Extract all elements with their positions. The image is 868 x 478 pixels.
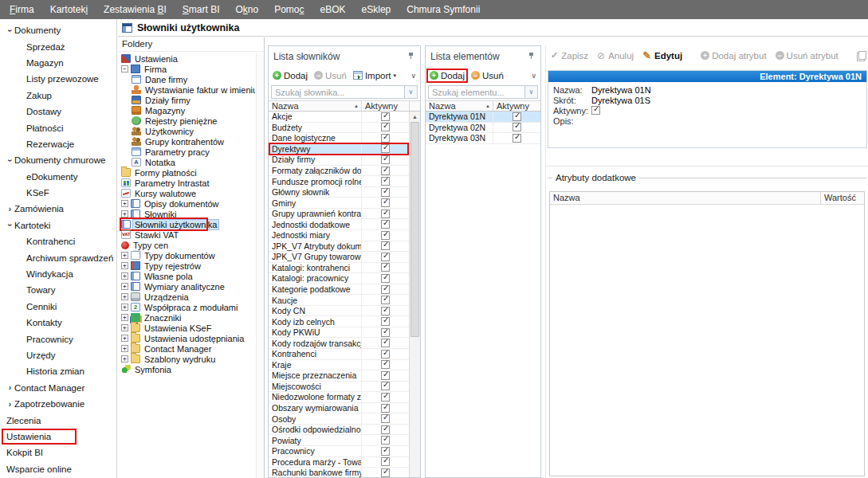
sidebar-item[interactable]: KSeF xyxy=(0,185,116,201)
expander-icon[interactable] xyxy=(121,345,128,352)
checkbox-checked-icon[interactable] xyxy=(381,404,390,413)
tree-node[interactable]: Typy rejestrów xyxy=(120,261,255,271)
sidebar-item[interactable]: Dokumenty chmurowe xyxy=(0,152,116,168)
tree-node[interactable]: Typy dokumentów xyxy=(120,250,255,261)
sidebar-item[interactable]: Archiwum sprawdzeń xyxy=(0,249,116,265)
expander-icon[interactable] xyxy=(121,200,128,207)
expander-icon[interactable] xyxy=(121,355,128,362)
checkbox-checked-icon[interactable] xyxy=(381,425,390,434)
menu-item[interactable]: Pomoc xyxy=(266,0,312,19)
expander-icon[interactable] xyxy=(121,293,128,300)
checkbox-checked-icon[interactable] xyxy=(381,285,390,294)
checkbox-checked-icon[interactable] xyxy=(513,134,521,143)
column-header-active[interactable]: Aktywny xyxy=(361,101,409,111)
remove-dictionary-button[interactable]: Usuń xyxy=(314,71,347,80)
search-combo-icon[interactable]: ∨ xyxy=(404,86,417,98)
sidebar-item[interactable]: Płatności xyxy=(0,120,116,135)
checkbox-checked-icon[interactable] xyxy=(381,414,390,423)
checkbox-checked-icon[interactable] xyxy=(381,339,390,347)
tree-node[interactable]: Kursy walutowe xyxy=(120,188,255,198)
menu-item[interactable]: eBOK xyxy=(312,0,354,19)
tree-node[interactable]: Stawki VAT xyxy=(120,229,255,240)
checkbox-checked-icon[interactable] xyxy=(381,317,390,326)
menu-item[interactable]: Kartoteki xyxy=(42,0,96,19)
tree-node[interactable]: Współpraca z modułami xyxy=(120,302,255,312)
checkbox-checked-icon[interactable] xyxy=(381,253,390,261)
checkbox-checked-icon[interactable] xyxy=(381,177,390,186)
checkbox-checked-icon[interactable] xyxy=(381,328,390,337)
tree-node[interactable]: Działy firmy xyxy=(120,95,255,105)
expander-icon[interactable] xyxy=(121,252,128,259)
checkbox-checked-icon[interactable] xyxy=(381,231,390,240)
sidebar-item[interactable]: Zakup xyxy=(0,88,116,104)
expander-icon[interactable] xyxy=(121,210,128,217)
sidebar-item[interactable]: Zapotrzebowanie xyxy=(0,396,116,412)
sidebar-item[interactable]: eDokumenty xyxy=(0,169,116,185)
tree-node[interactable]: Firma xyxy=(120,64,255,74)
column-header-active[interactable]: Aktywny xyxy=(493,101,540,111)
checkbox-checked-icon[interactable] xyxy=(381,307,390,315)
save-button[interactable]: Zapisz xyxy=(551,50,588,61)
tree-node[interactable]: Magazyny xyxy=(120,105,255,116)
menu-item[interactable]: Chmura Symfonii xyxy=(399,0,488,19)
sidebar-item[interactable]: Contact Manager xyxy=(0,380,116,396)
tree-node[interactable]: Rejestry pieniężne xyxy=(120,116,255,126)
checkbox-checked-icon[interactable] xyxy=(381,457,390,466)
sidebar-item[interactable]: Zlecenia xyxy=(0,412,116,428)
scroll-up-icon[interactable]: ▲ xyxy=(410,112,420,121)
pin-icon[interactable] xyxy=(407,51,415,62)
expander-icon[interactable] xyxy=(121,272,128,280)
sidebar-item[interactable]: Windykacja xyxy=(0,266,116,282)
checkbox-checked-icon[interactable] xyxy=(513,112,521,121)
checkbox-checked-icon[interactable] xyxy=(381,393,390,402)
tree-node[interactable]: Opisy dokumentów xyxy=(120,198,255,209)
tree-node[interactable]: Własne pola xyxy=(120,271,255,281)
tree-node[interactable]: Użytkownicy xyxy=(120,126,255,136)
tree-node[interactable]: Notatka xyxy=(120,157,255,167)
scrollbar-thumb[interactable] xyxy=(410,122,419,337)
checkbox-checked-icon[interactable] xyxy=(591,106,600,115)
tree-node[interactable]: Parametry pracy xyxy=(120,147,255,157)
checkbox-checked-icon[interactable] xyxy=(381,134,390,143)
tree-node[interactable]: Symfonia xyxy=(120,364,255,374)
tree-node[interactable]: Słowniki xyxy=(120,209,255,219)
checkbox-checked-icon[interactable] xyxy=(381,112,390,121)
checkbox-checked-icon[interactable] xyxy=(381,123,390,131)
element-row[interactable]: Dyrektywa 03N xyxy=(426,133,540,144)
toolbar-overflow-icon[interactable]: ∨ xyxy=(531,72,536,80)
search-combo-icon[interactable]: ∨ xyxy=(524,86,537,98)
dictionary-search-input[interactable] xyxy=(272,86,404,98)
tree-node[interactable]: Contact Manager xyxy=(120,343,255,354)
sidebar-item[interactable]: Listy przewozowe xyxy=(0,71,116,87)
sidebar-item[interactable]: Kontakty xyxy=(0,315,116,331)
checkbox-checked-icon[interactable] xyxy=(381,263,390,272)
expander-icon[interactable] xyxy=(121,314,128,321)
cancel-button[interactable]: Anuluj xyxy=(597,50,634,61)
tree-node[interactable]: Słowniki użytkownika xyxy=(120,219,255,229)
menu-item[interactable]: eSklep xyxy=(354,0,399,19)
edit-button[interactable]: Edytuj xyxy=(642,49,682,61)
expander-icon[interactable] xyxy=(121,262,128,269)
checkbox-checked-icon[interactable] xyxy=(381,210,390,218)
menu-item[interactable]: Okno xyxy=(227,0,266,19)
sidebar-item[interactable]: Cenniki xyxy=(0,299,116,315)
checkbox-checked-icon[interactable] xyxy=(381,274,390,283)
tree-node[interactable]: Ustawienia udostępniania xyxy=(120,333,255,343)
checkbox-checked-icon[interactable] xyxy=(381,468,390,477)
menu-item[interactable]: Firma xyxy=(2,0,42,19)
checkbox-checked-icon[interactable] xyxy=(381,436,390,445)
checkbox-checked-icon[interactable] xyxy=(513,123,521,131)
attribute-value-header[interactable]: Wartość xyxy=(820,192,864,204)
checkbox-checked-icon[interactable] xyxy=(381,198,390,207)
tree-node[interactable]: Szablony wydruku xyxy=(120,354,255,364)
expander-icon[interactable] xyxy=(121,324,128,331)
menu-item[interactable]: Zestawienia BI xyxy=(96,0,175,19)
sidebar-item[interactable]: Pracownicy xyxy=(0,331,116,347)
expander-icon[interactable] xyxy=(121,304,128,311)
tree-node[interactable]: Grupy kontrahentów xyxy=(120,136,255,147)
checkbox-checked-icon[interactable] xyxy=(381,220,390,229)
tree-node[interactable]: Formy płatności xyxy=(120,167,255,178)
sidebar-item[interactable]: Urzędy xyxy=(0,347,116,363)
dictionaries-scrollbar[interactable]: ▲ xyxy=(409,112,420,477)
tree-node[interactable]: Wystawianie faktur w imieniu xyxy=(120,84,255,95)
